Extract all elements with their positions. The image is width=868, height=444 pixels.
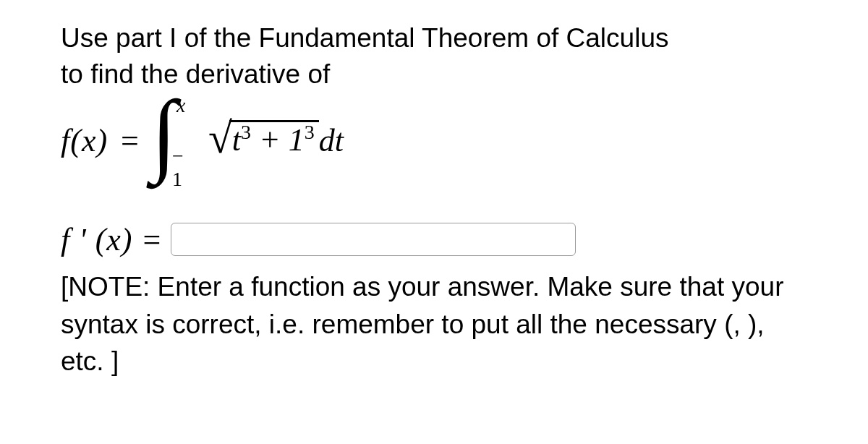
radicand: t3 + 13: [229, 120, 319, 159]
prompt-line-2: to find the derivative of: [61, 59, 330, 89]
answer-row: f ' (x) =: [61, 221, 807, 258]
equation-definition: f(x) = ∫ x − 1 √ t3 + 13 dt: [61, 101, 807, 181]
integral-upper-bound: x: [176, 94, 185, 117]
answer-equals: =: [142, 221, 161, 258]
prompt-line-1: Use part I of the Fundamental Theorem of…: [61, 23, 668, 53]
question-container: Use part I of the Fundamental Theorem of…: [0, 0, 868, 444]
answer-label: f ' (x): [61, 221, 132, 258]
input-note: [NOTE: Enter a function as your answer. …: [61, 268, 807, 380]
integral-lower-bound: − 1: [172, 145, 191, 191]
equation-lhs: f(x): [61, 122, 108, 159]
answer-input[interactable]: [171, 223, 576, 256]
square-root: √ t3 + 13: [208, 123, 319, 159]
integral-symbol: ∫ x − 1: [148, 101, 191, 181]
equation-equals: =: [121, 122, 139, 159]
integrand-dt: dt: [319, 122, 344, 159]
